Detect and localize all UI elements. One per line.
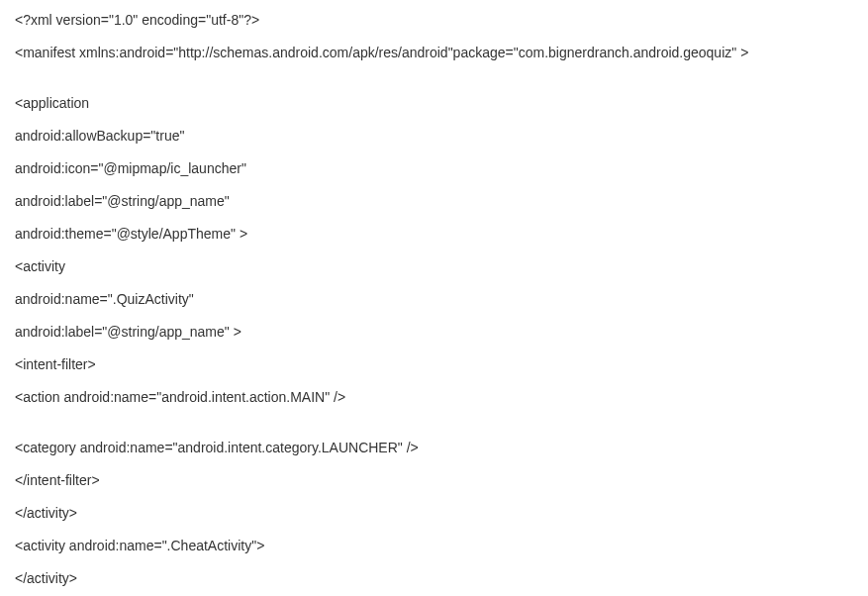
- code-line: android:label="@string/app_name": [15, 191, 853, 212]
- blank-line: [15, 75, 853, 93]
- code-line: </activity>: [15, 503, 853, 524]
- code-line: android:theme="@style/AppTheme" >: [15, 224, 853, 245]
- code-line: <intent-filter>: [15, 354, 853, 375]
- code-line: <activity android:name=".CheatActivity">: [15, 536, 853, 556]
- code-line: android:name=".QuizActivity": [15, 289, 853, 310]
- code-block: <?xml version="1.0" encoding="utf-8"?> <…: [15, 10, 853, 596]
- code-line: android:label="@string/app_name" >: [15, 322, 853, 343]
- code-line: <action android:name="android.intent.act…: [15, 387, 853, 408]
- blank-line: [15, 420, 853, 438]
- code-line: android:icon="@mipmap/ic_launcher": [15, 158, 853, 179]
- code-line: <manifest xmlns:android="http://schemas.…: [15, 43, 853, 63]
- code-line: android:allowBackup="true": [15, 126, 853, 147]
- code-line: <?xml version="1.0" encoding="utf-8"?>: [15, 10, 853, 31]
- code-line: </intent-filter>: [15, 470, 853, 491]
- code-line: <activity: [15, 256, 853, 277]
- code-line: <category android:name="android.intent.c…: [15, 438, 853, 458]
- code-line: </activity>: [15, 568, 853, 589]
- code-line: <application: [15, 93, 853, 114]
